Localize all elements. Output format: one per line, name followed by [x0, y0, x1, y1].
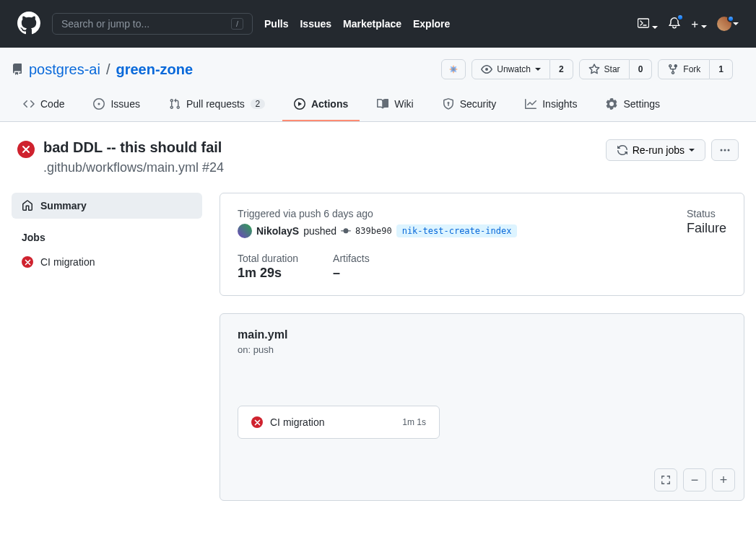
fullscreen-button[interactable] [654, 468, 677, 491]
tab-insights[interactable]: Insights [513, 91, 588, 121]
slash-key-icon: / [231, 18, 243, 30]
star-button[interactable]: Star [579, 59, 630, 79]
fork-button[interactable]: Fork [658, 59, 710, 79]
repo-icon [12, 64, 23, 75]
github-logo[interactable] [17, 12, 40, 37]
branch-tag[interactable]: nik-test-create-index [396, 224, 518, 237]
fork-icon [667, 64, 679, 75]
zoom-in-button[interactable]: + [712, 468, 735, 491]
repo-owner-link[interactable]: postgres-ai [29, 61, 100, 78]
user-menu[interactable] [717, 17, 739, 31]
nav-marketplace[interactable]: Marketplace [343, 18, 401, 30]
tab-issues[interactable]: Issues [82, 91, 151, 121]
star-button-group: Star 0 [579, 59, 653, 79]
artifacts-stat: Artifacts – [333, 253, 370, 281]
sync-icon [617, 144, 628, 156]
special-app-button[interactable] [441, 59, 466, 79]
graph-icon [525, 98, 536, 110]
watch-button-group: Unwatch 2 [472, 59, 573, 79]
tab-settings[interactable]: Settings [594, 91, 672, 121]
search-placeholder: Search or jump to... [61, 18, 149, 30]
repo-title-row: postgres-ai / green-zone Unwatch 2 Star [0, 59, 756, 91]
tab-security[interactable]: Security [431, 91, 508, 121]
graph-title: main.yml [238, 328, 726, 341]
nav-issues[interactable]: Issues [300, 18, 331, 30]
commit-icon [341, 226, 351, 236]
header-nav: Pulls Issues Marketplace Explore [264, 18, 450, 30]
book-icon [377, 98, 388, 110]
workflow-graph-card: main.yml on: push CI migration 1m 1s [220, 313, 744, 501]
trigger-detail: NikolayS pushed 839be90 nik-test-create-… [238, 224, 687, 238]
repo-name-link[interactable]: green-zone [116, 61, 194, 78]
pull-request-icon [169, 98, 181, 110]
run-title-text: bad DDL -- this should fail [43, 139, 224, 156]
unwatch-button[interactable]: Unwatch [472, 59, 550, 79]
chevron-down-icon [535, 68, 541, 71]
artifacts-label: Artifacts [333, 253, 370, 264]
run-header: bad DDL -- this should fail .github/work… [12, 139, 744, 175]
sidebar-jobs-heading: Jobs [12, 219, 202, 249]
star-count[interactable]: 0 [630, 59, 653, 79]
rerun-jobs-button[interactable]: Re-run jobs [606, 139, 705, 161]
x-icon [22, 145, 30, 154]
main-content: bad DDL -- this should fail .github/work… [0, 122, 756, 518]
create-new-icon[interactable]: + [691, 18, 707, 30]
command-palette-icon[interactable] [638, 17, 658, 31]
run-title: bad DDL -- this should fail .github/work… [43, 139, 224, 175]
sidebar-item-ci-migration[interactable]: CI migration [12, 249, 202, 275]
repo-tabs: Code Issues Pull requests2 Actions Wiki … [0, 91, 756, 121]
kebab-menu-button[interactable] [711, 139, 739, 161]
tab-actions[interactable]: Actions [282, 91, 360, 121]
duration-label: Total duration [238, 253, 298, 264]
duration-value: 1m 29s [238, 266, 298, 281]
repo-breadcrumb: postgres-ai / green-zone [12, 61, 193, 78]
header-right: + [638, 17, 739, 32]
trigger-row: Triggered via push 6 days ago NikolayS p… [238, 208, 726, 238]
sidebar-item-summary[interactable]: Summary [12, 193, 202, 219]
status-block: Status Failure [687, 208, 726, 238]
graph-trigger: on: push [238, 344, 726, 355]
run-title-wrap: bad DDL -- this should fail .github/work… [17, 139, 224, 175]
trigger-label: Triggered via push 6 days ago [238, 208, 687, 219]
nav-explore[interactable]: Explore [413, 18, 450, 30]
watch-count[interactable]: 2 [550, 59, 573, 79]
trigger-info: Triggered via push 6 days ago NikolayS p… [238, 208, 687, 238]
breadcrumb-sep: / [106, 61, 110, 78]
nav-pulls[interactable]: Pulls [264, 18, 288, 30]
global-header: Search or jump to... / Pulls Issues Mark… [0, 0, 756, 48]
header-left: Search or jump to... / Pulls Issues Mark… [17, 12, 638, 37]
search-input[interactable]: Search or jump to... / [52, 13, 253, 35]
commit-sha[interactable]: 839be90 [355, 226, 392, 236]
tab-wiki[interactable]: Wiki [365, 91, 425, 121]
home-icon [22, 200, 33, 211]
eye-icon [481, 64, 492, 75]
repo-actions: Unwatch 2 Star 0 Fork 1 [441, 59, 733, 79]
zoom-out-button[interactable]: − [683, 468, 706, 491]
tab-pulls[interactable]: Pull requests2 [157, 91, 277, 121]
trigger-user[interactable]: NikolayS [256, 225, 299, 237]
run-subtitle: .github/workflows/main.yml #24 [43, 160, 224, 175]
chevron-down-icon [689, 149, 695, 152]
status-value: Failure [687, 221, 726, 236]
sidebar: Summary Jobs CI migration [12, 193, 202, 501]
tab-code[interactable]: Code [12, 91, 76, 121]
content-area: Triggered via push 6 days ago NikolayS p… [220, 193, 744, 501]
svg-point-2 [721, 149, 723, 152]
fork-count[interactable]: 1 [710, 59, 733, 79]
job-fail-icon [251, 416, 263, 428]
run-actions: Re-run jobs [606, 139, 739, 161]
trigger-action: pushed [303, 225, 336, 237]
repo-header: postgres-ai / green-zone Unwatch 2 Star [0, 48, 756, 122]
job-duration: 1m 1s [402, 417, 426, 427]
svg-rect-0 [638, 19, 649, 27]
artifacts-value: – [333, 266, 370, 281]
svg-point-3 [724, 149, 726, 152]
star-icon [588, 64, 600, 75]
job-node-ci-migration[interactable]: CI migration 1m 1s [238, 406, 440, 439]
body-row: Summary Jobs CI migration Triggered via … [12, 193, 744, 501]
graph-controls: − + [654, 468, 735, 491]
issue-icon [93, 98, 105, 110]
gear-icon [606, 98, 617, 110]
notifications-icon[interactable] [668, 17, 681, 32]
fullscreen-icon [661, 475, 671, 485]
